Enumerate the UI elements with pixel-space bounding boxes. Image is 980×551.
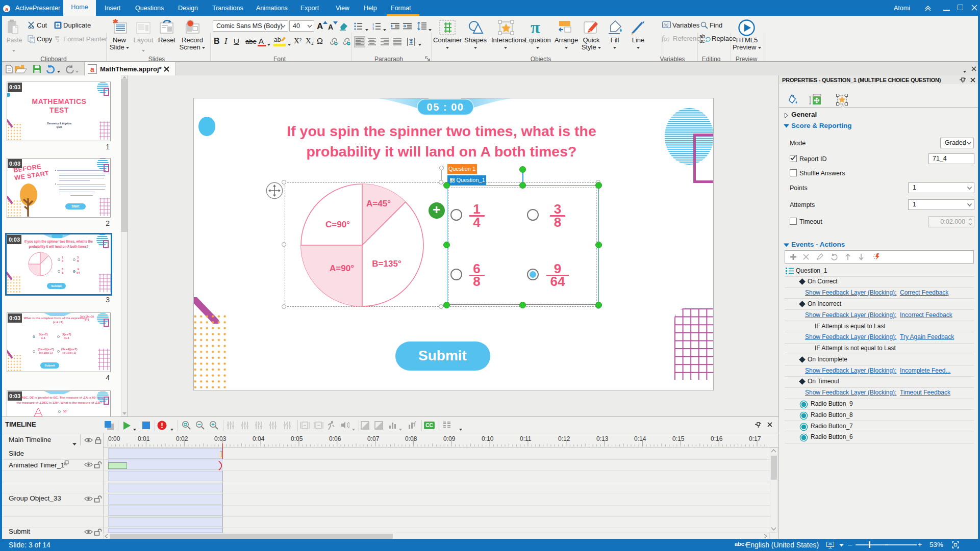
svg-text:05 : 00: 05 : 00 xyxy=(427,101,464,113)
svg-text:(x): (x) xyxy=(664,22,669,28)
svg-text:a: a xyxy=(90,65,94,73)
svg-text:a: a xyxy=(5,6,9,12)
svg-text:3: 3 xyxy=(372,28,374,30)
